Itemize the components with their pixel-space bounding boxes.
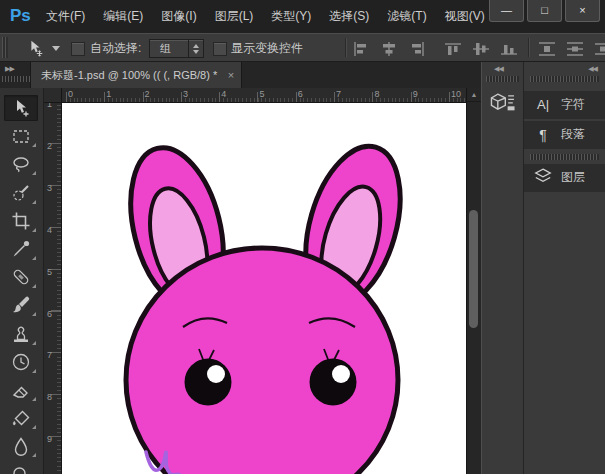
tool-flyout-icon (32, 228, 36, 232)
h-ruler-number: 10 (451, 89, 461, 99)
eyedropper-tool[interactable] (4, 236, 38, 262)
move-tool[interactable] (4, 95, 38, 121)
right-panel-rail: ◀◀ ◀◀ A| 字符 ¶ 段落 (481, 62, 605, 474)
tool-flyout-icon (32, 397, 36, 401)
paragraph-panel-label: 段落 (561, 126, 585, 143)
ruler-corner (44, 88, 62, 103)
vertical-scrollbar[interactable]: ▲ (466, 88, 481, 474)
h-ruler-number: 9 (413, 89, 418, 99)
layers-panel-label: 图层 (561, 169, 585, 186)
bunny-drawing (62, 103, 466, 474)
clone-stamp-tool[interactable] (4, 321, 38, 347)
tab-bar: ▶▶ 未标题-1.psd @ 100% (( (, RGB/8) * × (0, 62, 481, 88)
tool-flyout-icon (32, 143, 36, 147)
layers-panel-button[interactable]: 图层 (524, 163, 605, 192)
right-eye-highlight (332, 365, 350, 383)
panel-gripper[interactable] (486, 76, 519, 82)
dropdown-value: 组 (160, 40, 171, 57)
left-eye-highlight (207, 365, 225, 383)
menu-item-1[interactable]: 编辑(E) (103, 8, 143, 25)
close-button[interactable]: × (565, 0, 600, 22)
photoshop-logo: Ps (10, 6, 31, 26)
blur-tool[interactable] (4, 433, 38, 459)
align-left-edges-icon[interactable] (352, 41, 370, 57)
auto-select-label: 自动选择: (90, 34, 141, 62)
v-ruler-number: 3 (47, 184, 56, 193)
eraser-tool[interactable] (4, 377, 38, 403)
v-ruler-number: 6 (47, 310, 56, 319)
character-panel-button[interactable]: A| 字符 (524, 90, 605, 119)
menu-item-0[interactable]: 文件(F) (46, 8, 85, 25)
canvas[interactable] (62, 103, 466, 474)
scrollbar-up-icon[interactable]: ▲ (467, 88, 481, 102)
menu-item-6[interactable]: 滤镜(T) (387, 8, 426, 25)
tool-flyout-icon (32, 425, 36, 429)
align-top-edges-icon[interactable] (444, 41, 462, 57)
align-bottom-edges-icon[interactable] (500, 41, 518, 57)
distribute-bottom-icon[interactable] (594, 41, 605, 57)
options-separator-2 (528, 38, 529, 57)
h-ruler-number: 1 (106, 89, 111, 99)
menu-item-5[interactable]: 选择(S) (329, 8, 369, 25)
h-ruler-number: 2 (145, 89, 150, 99)
h-ruler-number: 7 (336, 89, 341, 99)
options-bar: 自动选择: 组 显示变换控件 (0, 33, 605, 62)
tool-flyout-icon (32, 341, 36, 345)
options-bar-gripper[interactable] (2, 37, 8, 58)
auto-select-checkbox[interactable] (71, 42, 85, 56)
h-ruler-number: 0 (68, 89, 73, 99)
auto-select-target-dropdown[interactable]: 组 (149, 39, 204, 58)
v-ruler-number: 1 (47, 103, 56, 109)
document-tab[interactable]: 未标题-1.psd @ 100% (( (, RGB/8) * × (30, 62, 242, 88)
align-vertical-centers-icon[interactable] (472, 41, 490, 57)
rectangular-marquee-tool[interactable] (4, 123, 38, 149)
h-ruler-number: 5 (260, 89, 265, 99)
cube-3d-panel-icon[interactable] (488, 89, 518, 119)
tool-flyout-icon (32, 312, 36, 316)
history-brush-tool[interactable] (4, 349, 38, 375)
align-horizontal-centers-icon[interactable] (380, 41, 398, 57)
paint-bucket-tool[interactable] (4, 405, 38, 431)
collapse-panels-icon[interactable]: ◀◀ (494, 65, 503, 73)
menu-bar: 文件(F)编辑(E)图像(I)图层(L)类型(Y)选择(S)滤镜(T)视图(V) (46, 0, 485, 33)
paragraph-panel-button[interactable]: ¶ 段落 (524, 120, 605, 149)
collapse-panels-icon-2[interactable]: ◀◀ (588, 65, 597, 73)
move-tool-preset-icon[interactable] (24, 38, 46, 62)
quick-selection-tool[interactable] (4, 180, 38, 206)
minimize-button[interactable]: — (489, 0, 524, 22)
vertical-ruler[interactable]: 12345678910 (44, 103, 62, 474)
tool-flyout-icon (32, 284, 36, 288)
brush-tool[interactable] (4, 292, 38, 318)
title-bar: Ps 文件(F)编辑(E)图像(I)图层(L)类型(Y)选择(S)滤镜(T)视图… (0, 0, 605, 34)
menu-item-3[interactable]: 图层(L) (215, 8, 254, 25)
horizontal-ruler[interactable]: 012345678910 (62, 88, 466, 103)
character-panel-label: 字符 (561, 96, 585, 113)
show-transform-checkbox[interactable] (213, 42, 227, 56)
distribute-vertical-centers-icon[interactable] (566, 41, 584, 57)
menu-item-7[interactable]: 视图(V) (445, 8, 485, 25)
dropdown-stepper-icon[interactable] (188, 40, 203, 57)
toolbar-expand-icon[interactable]: ▶▶ (5, 65, 14, 73)
dodge-tool[interactable] (4, 462, 38, 474)
left-eye (185, 359, 232, 406)
h-ruler-number: 8 (374, 89, 379, 99)
panel-gripper-3[interactable] (530, 154, 599, 160)
tool-flyout-icon (32, 256, 36, 260)
tool-flyout-icon (32, 200, 36, 204)
menu-item-2[interactable]: 图像(I) (161, 8, 196, 25)
align-right-edges-icon[interactable] (408, 41, 426, 57)
tool-flyout-icon (32, 453, 36, 457)
maximize-button[interactable]: □ (527, 0, 562, 22)
distribute-top-icon[interactable] (538, 41, 556, 57)
spot-healing-brush-tool[interactable] (4, 264, 38, 290)
panel-gripper-2[interactable] (530, 76, 599, 82)
v-ruler-number: 5 (47, 268, 56, 277)
menu-item-4[interactable]: 类型(Y) (271, 8, 311, 25)
tools-panel (0, 88, 44, 474)
tool-preset-caret-icon[interactable] (52, 46, 60, 51)
tab-close-icon[interactable]: × (228, 62, 234, 88)
crop-tool[interactable] (4, 208, 38, 234)
scrollbar-thumb[interactable] (469, 210, 478, 328)
options-separator (345, 38, 346, 57)
lasso-tool[interactable] (4, 151, 38, 177)
